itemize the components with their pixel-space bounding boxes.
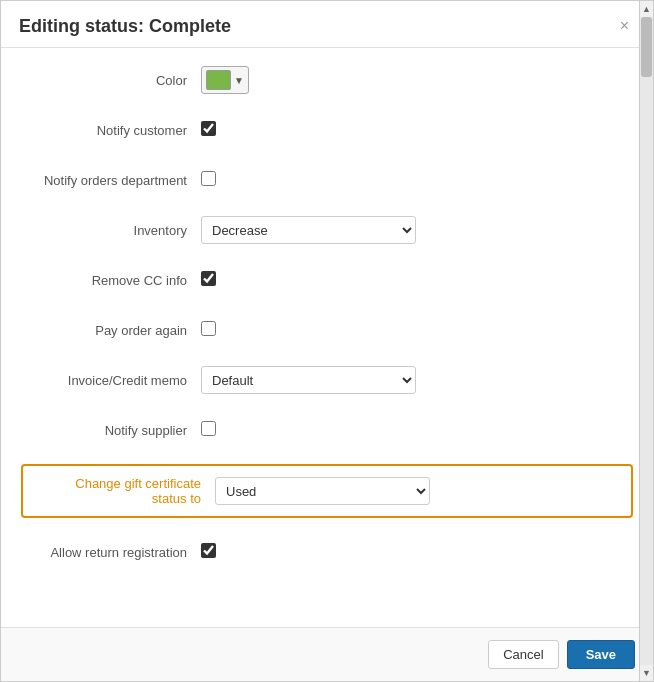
inventory-select[interactable]: Decrease Increase No change [201, 216, 416, 244]
dialog-title: Editing status: Complete [19, 16, 231, 37]
notify-orders-checkbox[interactable] [201, 171, 216, 186]
cancel-button[interactable]: Cancel [488, 640, 558, 669]
inventory-label: Inventory [21, 223, 201, 238]
gift-cert-label-line1: Change gift certificate [75, 476, 201, 491]
close-button[interactable]: × [614, 15, 635, 37]
gift-cert-label-line2: status to [152, 491, 201, 506]
scrollbar-track[interactable] [640, 17, 653, 665]
invoice-select[interactable]: Default Invoice Credit memo [201, 366, 416, 394]
gift-cert-row: Change gift certificate status to Used A… [21, 464, 633, 518]
notify-orders-control [201, 171, 633, 189]
notify-supplier-label: Notify supplier [21, 423, 201, 438]
scroll-up-arrow[interactable]: ▲ [640, 1, 654, 17]
allow-return-checkbox[interactable] [201, 543, 216, 558]
notify-supplier-control [201, 421, 633, 439]
invoice-control: Default Invoice Credit memo [201, 366, 633, 394]
color-label: Color [21, 73, 201, 88]
inventory-row: Inventory Decrease Increase No change [21, 214, 633, 246]
pay-order-control [201, 321, 633, 339]
editing-status-dialog: ▲ ▼ Editing status: Complete × Color ▼ N… [0, 0, 654, 682]
color-picker[interactable]: ▼ [201, 66, 249, 94]
dialog-body: Color ▼ Notify customer Notify orders de… [1, 48, 653, 627]
inventory-control: Decrease Increase No change [201, 216, 633, 244]
dialog-header: Editing status: Complete × [1, 1, 653, 48]
notify-orders-row: Notify orders department [21, 164, 633, 196]
scrollbar[interactable]: ▲ ▼ [639, 1, 653, 681]
notify-supplier-checkbox[interactable] [201, 421, 216, 436]
gift-cert-label: Change gift certificate status to [35, 476, 215, 506]
allow-return-control [201, 543, 633, 561]
remove-cc-control [201, 271, 633, 289]
scroll-down-arrow[interactable]: ▼ [640, 665, 654, 681]
notify-orders-label: Notify orders department [21, 173, 201, 188]
remove-cc-label: Remove CC info [21, 273, 201, 288]
pay-order-row: Pay order again [21, 314, 633, 346]
color-swatch [206, 70, 231, 90]
dialog-footer: Cancel Save [1, 627, 653, 681]
color-row: Color ▼ [21, 64, 633, 96]
invoice-label: Invoice/Credit memo [21, 373, 201, 388]
notify-customer-control [201, 121, 633, 139]
notify-supplier-row: Notify supplier [21, 414, 633, 446]
pay-order-checkbox[interactable] [201, 321, 216, 336]
notify-customer-row: Notify customer [21, 114, 633, 146]
invoice-row: Invoice/Credit memo Default Invoice Cred… [21, 364, 633, 396]
allow-return-label: Allow return registration [21, 545, 201, 560]
color-control: ▼ [201, 66, 633, 94]
save-button[interactable]: Save [567, 640, 635, 669]
notify-customer-label: Notify customer [21, 123, 201, 138]
color-dropdown-arrow: ▼ [234, 75, 244, 86]
pay-order-label: Pay order again [21, 323, 201, 338]
notify-customer-checkbox[interactable] [201, 121, 216, 136]
allow-return-row: Allow return registration [21, 536, 633, 568]
remove-cc-checkbox[interactable] [201, 271, 216, 286]
scrollbar-thumb[interactable] [641, 17, 652, 77]
gift-cert-select[interactable]: Used Active Disabled Pending [215, 477, 430, 505]
gift-cert-control: Used Active Disabled Pending [215, 477, 619, 505]
remove-cc-row: Remove CC info [21, 264, 633, 296]
